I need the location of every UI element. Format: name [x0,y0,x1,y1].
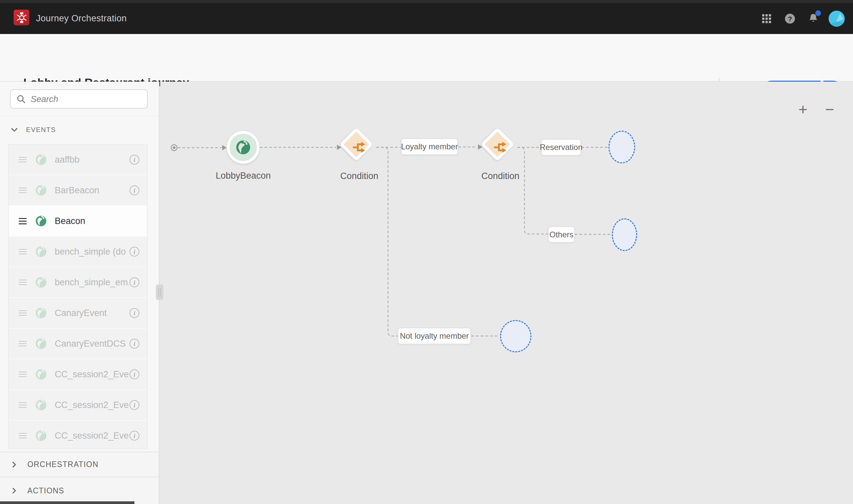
search-icon [16,93,26,105]
user-avatar[interactable] [825,7,848,30]
info-icon[interactable]: i [129,369,140,380]
info-icon[interactable]: i [129,154,140,165]
svg-text:?: ? [788,15,792,22]
actions-section-header[interactable]: ACTIONS [0,477,159,504]
event-globe-icon [35,307,47,319]
journey-header: Lobby and Restaurant journey Version 1 ·… [0,34,853,82]
window-top-strip [0,0,853,3]
event-item-selected[interactable]: Beacon [9,206,147,236]
event-item[interactable]: aaffbb i [9,145,147,175]
svg-text:i: i [134,310,136,317]
drag-handle-icon[interactable] [19,188,27,193]
event-item-label: bench_simple (do ... [55,247,129,257]
event-item[interactable]: CanaryEventDCS i [9,329,147,359]
event-globe-icon [35,153,47,166]
info-icon[interactable]: i [129,400,140,410]
palette-search[interactable] [10,89,148,109]
branch-chip-loyalty-member[interactable]: Loyalty member [401,138,458,155]
drag-handle-icon[interactable] [19,372,27,377]
event-item-label: CC_session2_Even... [55,400,129,410]
chevron-right-icon [10,487,18,495]
info-icon[interactable]: i [129,338,140,349]
drag-handle-icon[interactable] [19,218,27,224]
event-globe-icon [35,399,47,411]
drag-handle-icon[interactable] [19,402,27,408]
actions-section-label: ACTIONS [27,486,64,495]
svg-text:i: i [134,157,136,163]
node-label-condition-1: Condition [340,171,378,181]
journey-start-dot [171,145,177,151]
orchestration-section-header[interactable]: ORCHESTRATION [0,452,159,477]
zoom-out-button[interactable]: − [820,100,839,119]
events-section-header[interactable]: EVENTS [10,125,56,134]
node-condition-1[interactable] [339,127,373,161]
event-globe-icon [35,184,47,197]
globe-event-icon [235,139,251,156]
placeholder-node-reservation[interactable] [608,131,635,163]
info-icon[interactable]: i [129,277,140,288]
search-input[interactable] [31,94,142,104]
svg-text:i: i [134,249,136,255]
node-condition-2[interactable] [481,127,515,161]
svg-text:i: i [134,187,136,194]
event-item[interactable]: CC_session2_Even... i [9,390,147,420]
orchestration-section-label: ORCHESTRATION [27,460,99,469]
journey-canvas[interactable]: LobbyBeacon Condition Loyalty member Res… [160,82,853,504]
event-item[interactable]: CC_session2_Even... i [9,359,147,389]
adobe-journey-logo[interactable] [14,10,29,25]
horizontal-scrollbar[interactable] [0,501,135,504]
event-item-label: CC_session2_Even... [55,431,129,441]
zoom-in-button[interactable]: + [794,100,812,119]
journey-orchestration-app: Journey Orchestration ? [0,0,853,504]
chevron-right-icon [10,461,18,469]
event-item[interactable]: CC_session2_Even... i [9,421,147,449]
app-switcher-grid-icon[interactable] [755,7,778,30]
drag-handle-icon[interactable] [19,433,27,438]
chevron-down-icon [10,125,19,134]
event-item[interactable]: BarBeacon i [9,175,147,205]
palette-sidebar: EVENTS aaffbb i BarBeacon i Beacon [0,82,159,504]
svg-text:i: i [134,433,136,439]
branch-chip-reservation[interactable]: Reservation [541,139,581,156]
branch-chip-not-loyalty-member[interactable]: Not loyalty member [398,328,471,344]
event-globe-icon [35,429,47,442]
branch-chip-others[interactable]: Others [548,226,575,243]
info-icon[interactable]: i [129,308,140,318]
top-nav-bar: Journey Orchestration ? [0,0,853,34]
event-globe-icon [35,337,47,350]
drag-handle-icon[interactable] [19,310,27,316]
svg-text:i: i [134,341,136,347]
event-item[interactable]: CanaryEvent i [9,298,147,328]
node-label-condition-2: Condition [481,171,519,181]
sidebar-resize-handle[interactable] [156,284,163,300]
divider [0,116,159,116]
event-item[interactable]: bench_simple (do ... i [9,237,147,267]
app-title: Journey Orchestration [36,0,127,34]
svg-text:i: i [134,371,136,378]
info-icon[interactable]: i [129,246,140,257]
info-icon[interactable]: i [129,430,140,441]
placeholder-node-others[interactable] [612,218,637,251]
event-globe-icon [35,245,47,258]
drag-handle-icon[interactable] [19,341,27,346]
event-globe-icon [35,368,47,381]
drag-handle-icon[interactable] [19,157,27,162]
event-item[interactable]: bench_simple_em... i [9,267,147,297]
node-label-lobbybeacon: LobbyBeacon [215,171,271,181]
events-list: aaffbb i BarBeacon i Beacon bench_simple… [8,144,147,449]
node-lobbybeacon-event[interactable] [227,131,260,164]
event-item-label: aaffbb [55,155,129,165]
notification-dot [815,10,821,16]
event-item-label: CC_session2_Even... [55,369,129,380]
help-icon[interactable]: ? [778,7,802,30]
event-item-label: bench_simple_em... [55,277,129,288]
event-globe-icon [35,215,47,227]
snowflake-logo-icon [16,12,28,24]
drag-handle-icon[interactable] [19,249,27,254]
drag-handle-icon[interactable] [19,280,27,285]
placeholder-node-not-loyalty[interactable] [500,320,532,352]
notifications-bell-icon[interactable] [802,7,825,30]
events-section-label: EVENTS [26,126,56,134]
info-icon[interactable]: i [129,185,140,196]
event-globe-icon [35,276,47,289]
